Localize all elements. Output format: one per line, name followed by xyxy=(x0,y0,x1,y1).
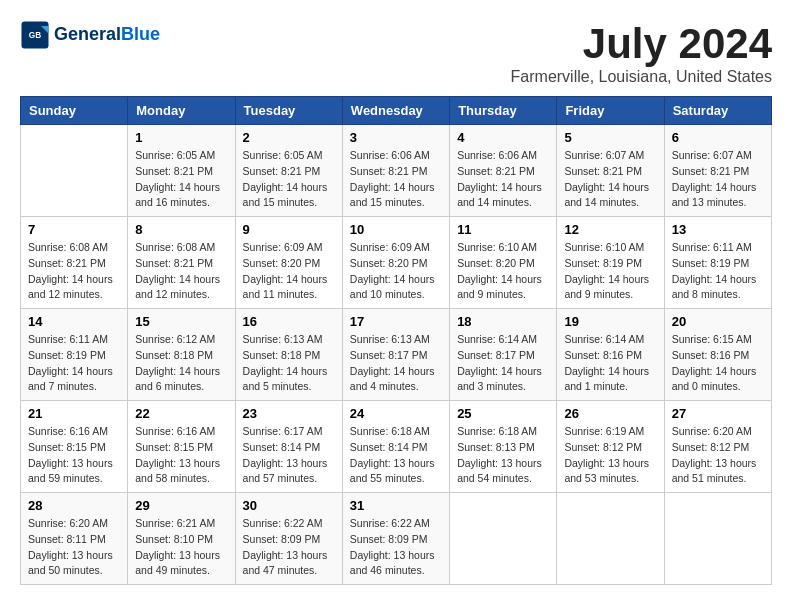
calendar-cell: 6Sunrise: 6:07 AM Sunset: 8:21 PM Daylig… xyxy=(664,125,771,217)
calendar-cell: 27Sunrise: 6:20 AM Sunset: 8:12 PM Dayli… xyxy=(664,401,771,493)
day-number: 19 xyxy=(564,314,656,329)
day-info: Sunrise: 6:10 AM Sunset: 8:20 PM Dayligh… xyxy=(457,240,549,303)
weekday-header-wednesday: Wednesday xyxy=(342,97,449,125)
weekday-header-thursday: Thursday xyxy=(450,97,557,125)
calendar-cell: 14Sunrise: 6:11 AM Sunset: 8:19 PM Dayli… xyxy=(21,309,128,401)
calendar-cell: 2Sunrise: 6:05 AM Sunset: 8:21 PM Daylig… xyxy=(235,125,342,217)
calendar-cell: 28Sunrise: 6:20 AM Sunset: 8:11 PM Dayli… xyxy=(21,493,128,585)
day-number: 7 xyxy=(28,222,120,237)
day-info: Sunrise: 6:22 AM Sunset: 8:09 PM Dayligh… xyxy=(350,516,442,579)
calendar-cell xyxy=(21,125,128,217)
day-info: Sunrise: 6:15 AM Sunset: 8:16 PM Dayligh… xyxy=(672,332,764,395)
day-number: 29 xyxy=(135,498,227,513)
day-info: Sunrise: 6:05 AM Sunset: 8:21 PM Dayligh… xyxy=(135,148,227,211)
day-info: Sunrise: 6:09 AM Sunset: 8:20 PM Dayligh… xyxy=(350,240,442,303)
calendar-cell: 11Sunrise: 6:10 AM Sunset: 8:20 PM Dayli… xyxy=(450,217,557,309)
calendar-cell: 9Sunrise: 6:09 AM Sunset: 8:20 PM Daylig… xyxy=(235,217,342,309)
day-info: Sunrise: 6:05 AM Sunset: 8:21 PM Dayligh… xyxy=(243,148,335,211)
weekday-header-tuesday: Tuesday xyxy=(235,97,342,125)
day-number: 26 xyxy=(564,406,656,421)
day-number: 23 xyxy=(243,406,335,421)
day-info: Sunrise: 6:17 AM Sunset: 8:14 PM Dayligh… xyxy=(243,424,335,487)
weekday-header-saturday: Saturday xyxy=(664,97,771,125)
day-number: 8 xyxy=(135,222,227,237)
day-info: Sunrise: 6:16 AM Sunset: 8:15 PM Dayligh… xyxy=(135,424,227,487)
day-info: Sunrise: 6:08 AM Sunset: 8:21 PM Dayligh… xyxy=(135,240,227,303)
calendar-cell: 19Sunrise: 6:14 AM Sunset: 8:16 PM Dayli… xyxy=(557,309,664,401)
logo: GB GeneralBlue xyxy=(20,20,160,50)
day-number: 4 xyxy=(457,130,549,145)
day-number: 18 xyxy=(457,314,549,329)
day-info: Sunrise: 6:06 AM Sunset: 8:21 PM Dayligh… xyxy=(457,148,549,211)
day-number: 22 xyxy=(135,406,227,421)
day-info: Sunrise: 6:14 AM Sunset: 8:17 PM Dayligh… xyxy=(457,332,549,395)
calendar-cell: 15Sunrise: 6:12 AM Sunset: 8:18 PM Dayli… xyxy=(128,309,235,401)
day-number: 5 xyxy=(564,130,656,145)
calendar-table: SundayMondayTuesdayWednesdayThursdayFrid… xyxy=(20,96,772,585)
weekday-header-row: SundayMondayTuesdayWednesdayThursdayFrid… xyxy=(21,97,772,125)
day-number: 12 xyxy=(564,222,656,237)
day-info: Sunrise: 6:20 AM Sunset: 8:12 PM Dayligh… xyxy=(672,424,764,487)
day-number: 30 xyxy=(243,498,335,513)
calendar-cell: 29Sunrise: 6:21 AM Sunset: 8:10 PM Dayli… xyxy=(128,493,235,585)
calendar-cell: 17Sunrise: 6:13 AM Sunset: 8:17 PM Dayli… xyxy=(342,309,449,401)
day-info: Sunrise: 6:13 AM Sunset: 8:17 PM Dayligh… xyxy=(350,332,442,395)
day-info: Sunrise: 6:14 AM Sunset: 8:16 PM Dayligh… xyxy=(564,332,656,395)
title-area: July 2024 Farmerville, Louisiana, United… xyxy=(511,20,772,86)
calendar-cell: 4Sunrise: 6:06 AM Sunset: 8:21 PM Daylig… xyxy=(450,125,557,217)
day-info: Sunrise: 6:21 AM Sunset: 8:10 PM Dayligh… xyxy=(135,516,227,579)
day-info: Sunrise: 6:13 AM Sunset: 8:18 PM Dayligh… xyxy=(243,332,335,395)
calendar-cell: 30Sunrise: 6:22 AM Sunset: 8:09 PM Dayli… xyxy=(235,493,342,585)
calendar-cell: 31Sunrise: 6:22 AM Sunset: 8:09 PM Dayli… xyxy=(342,493,449,585)
calendar-cell: 16Sunrise: 6:13 AM Sunset: 8:18 PM Dayli… xyxy=(235,309,342,401)
day-number: 15 xyxy=(135,314,227,329)
calendar-week-row: 14Sunrise: 6:11 AM Sunset: 8:19 PM Dayli… xyxy=(21,309,772,401)
calendar-cell xyxy=(664,493,771,585)
day-number: 17 xyxy=(350,314,442,329)
day-number: 27 xyxy=(672,406,764,421)
day-info: Sunrise: 6:11 AM Sunset: 8:19 PM Dayligh… xyxy=(28,332,120,395)
day-info: Sunrise: 6:11 AM Sunset: 8:19 PM Dayligh… xyxy=(672,240,764,303)
calendar-cell: 22Sunrise: 6:16 AM Sunset: 8:15 PM Dayli… xyxy=(128,401,235,493)
calendar-week-row: 1Sunrise: 6:05 AM Sunset: 8:21 PM Daylig… xyxy=(21,125,772,217)
day-info: Sunrise: 6:07 AM Sunset: 8:21 PM Dayligh… xyxy=(672,148,764,211)
calendar-cell: 12Sunrise: 6:10 AM Sunset: 8:19 PM Dayli… xyxy=(557,217,664,309)
header: GB GeneralBlue July 2024 Farmerville, Lo… xyxy=(20,20,772,86)
main-title: July 2024 xyxy=(511,20,772,68)
logo-icon: GB xyxy=(20,20,50,50)
calendar-cell: 10Sunrise: 6:09 AM Sunset: 8:20 PM Dayli… xyxy=(342,217,449,309)
day-number: 6 xyxy=(672,130,764,145)
weekday-header-friday: Friday xyxy=(557,97,664,125)
day-info: Sunrise: 6:18 AM Sunset: 8:13 PM Dayligh… xyxy=(457,424,549,487)
calendar-week-row: 21Sunrise: 6:16 AM Sunset: 8:15 PM Dayli… xyxy=(21,401,772,493)
logo-text-line1: GeneralBlue xyxy=(54,25,160,45)
day-number: 3 xyxy=(350,130,442,145)
calendar-cell: 21Sunrise: 6:16 AM Sunset: 8:15 PM Dayli… xyxy=(21,401,128,493)
day-info: Sunrise: 6:18 AM Sunset: 8:14 PM Dayligh… xyxy=(350,424,442,487)
day-number: 9 xyxy=(243,222,335,237)
day-info: Sunrise: 6:06 AM Sunset: 8:21 PM Dayligh… xyxy=(350,148,442,211)
calendar-cell: 24Sunrise: 6:18 AM Sunset: 8:14 PM Dayli… xyxy=(342,401,449,493)
calendar-cell: 18Sunrise: 6:14 AM Sunset: 8:17 PM Dayli… xyxy=(450,309,557,401)
calendar-cell: 13Sunrise: 6:11 AM Sunset: 8:19 PM Dayli… xyxy=(664,217,771,309)
calendar-cell: 5Sunrise: 6:07 AM Sunset: 8:21 PM Daylig… xyxy=(557,125,664,217)
day-number: 2 xyxy=(243,130,335,145)
day-number: 13 xyxy=(672,222,764,237)
day-info: Sunrise: 6:07 AM Sunset: 8:21 PM Dayligh… xyxy=(564,148,656,211)
day-number: 20 xyxy=(672,314,764,329)
day-number: 11 xyxy=(457,222,549,237)
day-info: Sunrise: 6:12 AM Sunset: 8:18 PM Dayligh… xyxy=(135,332,227,395)
day-info: Sunrise: 6:08 AM Sunset: 8:21 PM Dayligh… xyxy=(28,240,120,303)
calendar-cell: 7Sunrise: 6:08 AM Sunset: 8:21 PM Daylig… xyxy=(21,217,128,309)
subtitle: Farmerville, Louisiana, United States xyxy=(511,68,772,86)
calendar-cell: 8Sunrise: 6:08 AM Sunset: 8:21 PM Daylig… xyxy=(128,217,235,309)
day-info: Sunrise: 6:16 AM Sunset: 8:15 PM Dayligh… xyxy=(28,424,120,487)
day-info: Sunrise: 6:19 AM Sunset: 8:12 PM Dayligh… xyxy=(564,424,656,487)
calendar-cell: 1Sunrise: 6:05 AM Sunset: 8:21 PM Daylig… xyxy=(128,125,235,217)
calendar-cell: 25Sunrise: 6:18 AM Sunset: 8:13 PM Dayli… xyxy=(450,401,557,493)
day-number: 16 xyxy=(243,314,335,329)
day-info: Sunrise: 6:09 AM Sunset: 8:20 PM Dayligh… xyxy=(243,240,335,303)
day-number: 14 xyxy=(28,314,120,329)
day-number: 31 xyxy=(350,498,442,513)
weekday-header-monday: Monday xyxy=(128,97,235,125)
